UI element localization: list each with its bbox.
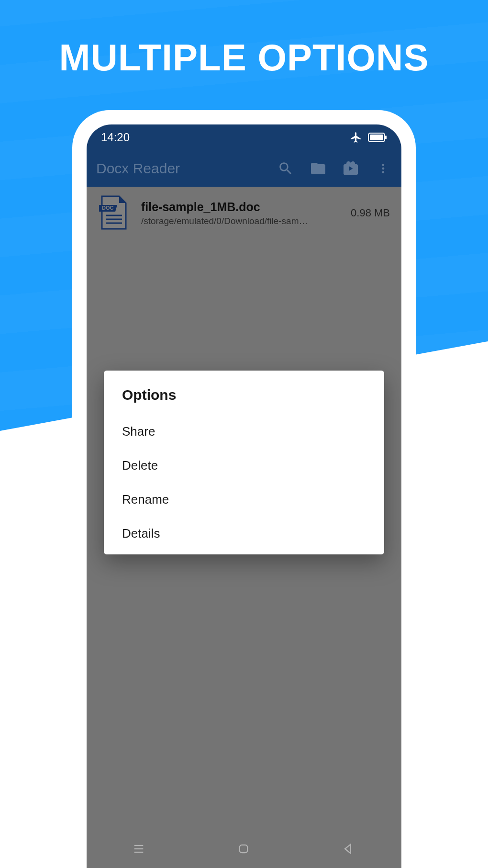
search-icon[interactable] [277, 160, 294, 177]
app-bar: Docx Reader [87, 150, 401, 187]
recent-apps-button[interactable] [132, 842, 146, 857]
svg-rect-13 [240, 845, 247, 852]
navigation-bar [87, 830, 401, 868]
status-bar: 14:20 [87, 124, 401, 150]
option-rename[interactable]: Rename [104, 483, 384, 517]
home-button[interactable] [237, 842, 251, 857]
status-time: 14:20 [101, 131, 130, 144]
dialog-title: Options [104, 385, 384, 415]
folder-icon[interactable] [310, 160, 327, 177]
headline: MULTIPLE OPTIONS [0, 36, 488, 79]
option-delete[interactable]: Delete [104, 449, 384, 483]
svg-point-5 [382, 171, 385, 173]
option-share[interactable]: Share [104, 415, 384, 449]
app-title: Docx Reader [96, 160, 277, 177]
phone-frame: 14:20 [72, 110, 416, 868]
svg-point-3 [382, 164, 385, 166]
svg-point-4 [382, 168, 385, 170]
option-details[interactable]: Details [104, 517, 384, 551]
back-button[interactable] [342, 842, 356, 857]
airplane-mode-icon [350, 131, 362, 144]
battery-icon [368, 133, 387, 142]
svg-rect-1 [370, 135, 383, 140]
more-icon[interactable] [375, 160, 392, 177]
options-dialog: Options Share Delete Rename Details [104, 371, 384, 554]
svg-rect-2 [385, 135, 387, 139]
store-icon[interactable] [342, 160, 359, 177]
